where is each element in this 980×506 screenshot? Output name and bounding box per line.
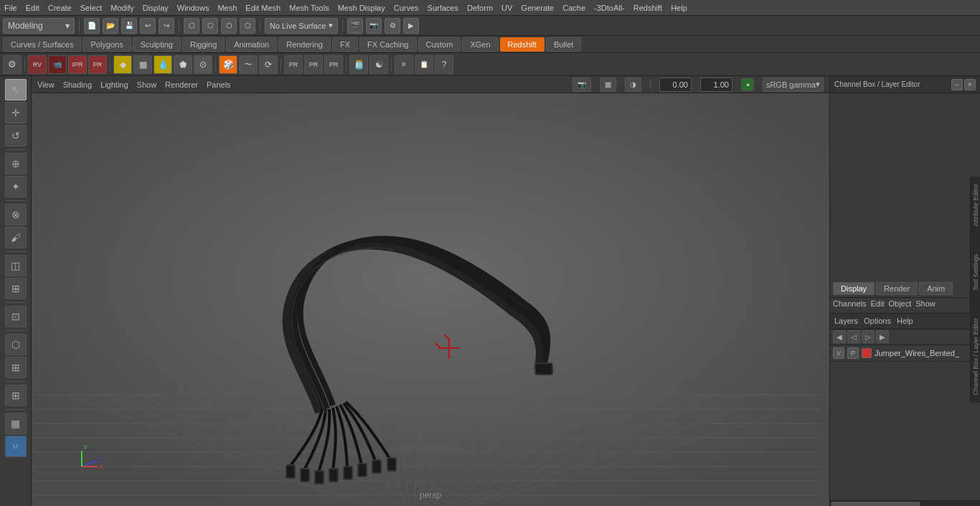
tab-bullet[interactable]: Bullet — [546, 37, 582, 52]
layer-visibility-btn[interactable]: V — [833, 347, 844, 359]
panel-close-btn[interactable]: ✕ — [964, 79, 976, 90]
tab-display[interactable]: Display — [833, 282, 875, 295]
fan-icon-btn[interactable]: ☯ — [369, 55, 388, 74]
rotate-tool[interactable]: ↺ — [5, 125, 27, 146]
pot-icon-btn[interactable]: 🫙 — [349, 55, 368, 74]
menu-select[interactable]: Select — [80, 4, 103, 12]
menu-deform[interactable]: Deform — [467, 4, 493, 12]
script-icon-btn[interactable]: ≡ — [395, 55, 413, 74]
shelf-icon-btn[interactable]: 📋 — [415, 55, 433, 74]
channel-tab-channels[interactable]: Channels — [833, 299, 866, 311]
channel-box-vtab[interactable]: Channel Box / Layer Editor — [971, 315, 980, 398]
ipr-button[interactable]: IPR — [68, 55, 87, 74]
menu-curves[interactable]: Curves — [394, 4, 419, 12]
tab-rendering[interactable]: Rendering — [278, 37, 331, 52]
drop-icon-btn[interactable]: 💧 — [154, 55, 172, 74]
transform-tool-button[interactable]: ⬡ — [240, 18, 255, 34]
layer-scrollbar[interactable] — [830, 500, 980, 506]
pr-red-button[interactable]: PR — [88, 55, 107, 74]
cube-icon-btn[interactable]: 🎲 — [219, 55, 237, 74]
menu-help[interactable]: Help — [671, 4, 687, 12]
tab-xgen[interactable]: XGen — [462, 37, 498, 52]
menu-mesh-display[interactable]: Mesh Display — [338, 4, 385, 12]
live-surface-dropdown[interactable]: No Live Surface ▾ — [265, 18, 338, 34]
pr3-icon-btn[interactable]: PR — [324, 55, 343, 74]
soft-select-tool[interactable]: ⊗ — [5, 204, 27, 225]
layer-create-btn[interactable]: ◀ — [833, 330, 846, 343]
paint-tool[interactable]: 🖌 — [5, 227, 27, 248]
paint-select-button[interactable]: ⬡ — [221, 18, 237, 34]
viewport-colorspace-indicator[interactable]: ● — [741, 78, 754, 91]
tab-polygons[interactable]: Polygons — [83, 37, 131, 52]
menu-file[interactable]: File — [4, 4, 17, 12]
obj-mode[interactable]: ⊞ — [5, 357, 27, 378]
select-tool[interactable]: ↖ — [5, 79, 27, 100]
new-scene-button[interactable]: 📄 — [84, 18, 100, 34]
menu-display[interactable]: Display — [143, 4, 169, 12]
loop-icon-btn[interactable]: ⟳ — [259, 55, 278, 74]
maya-logo[interactable]: M — [5, 436, 27, 457]
layer-last-btn[interactable]: ▶ — [876, 330, 889, 343]
layer-next-btn[interactable]: ▷ — [862, 330, 875, 343]
scale-tool[interactable]: ⊕ — [5, 153, 27, 174]
channel-tab-edit[interactable]: Edit — [870, 299, 884, 311]
question-icon-btn[interactable]: ? — [435, 55, 453, 74]
tab-sculpting[interactable]: Sculpting — [133, 37, 181, 52]
tab-custom[interactable]: Custom — [418, 37, 461, 52]
render-button[interactable]: 🎬 — [347, 18, 363, 34]
modeling-mode-dropdown[interactable]: Modeling ▾ — [3, 18, 75, 34]
render-sequence-button[interactable]: ▶ — [403, 18, 419, 34]
pr1-icon-btn[interactable]: PR — [284, 55, 303, 74]
view-menu[interactable]: View — [37, 80, 55, 89]
ipr-render-button[interactable]: 📷 — [366, 18, 382, 34]
tab-redshift[interactable]: Redshift — [500, 37, 545, 52]
tab-anim[interactable]: Anim — [919, 282, 953, 295]
render-settings-button[interactable]: ⚙ — [385, 18, 400, 34]
menu-edit-mesh[interactable]: Edit Mesh — [245, 4, 281, 12]
shading-menu[interactable]: Shading — [63, 80, 92, 89]
save-scene-button[interactable]: 💾 — [121, 18, 137, 34]
panel-minimize-btn[interactable]: ─ — [951, 79, 963, 90]
layer-prev-btn[interactable]: ◁ — [847, 330, 860, 343]
redo-button[interactable]: ↪ — [159, 18, 174, 34]
open-scene-button[interactable]: 📂 — [103, 18, 118, 34]
menu-modify[interactable]: Modify — [110, 4, 133, 12]
pr2-icon-btn[interactable]: PR — [304, 55, 323, 74]
shape1-icon-btn[interactable]: ⬟ — [174, 55, 192, 74]
color-space-select[interactable]: sRGB gamma ▾ — [763, 78, 824, 92]
menu-mesh-tools[interactable]: Mesh Tools — [289, 4, 329, 12]
viewport-canvas[interactable]: Z X Y persp — [32, 93, 829, 506]
grid-tool[interactable]: ▦ — [5, 413, 27, 434]
shape2-icon-btn[interactable]: ⊙ — [194, 55, 212, 74]
lasso-tool-button[interactable]: ⬡ — [202, 18, 218, 34]
diamond-icon-btn[interactable]: ◆ — [113, 55, 132, 74]
menu-3dtoall[interactable]: -3DtoAll- — [594, 4, 625, 12]
snap-tool[interactable]: ◫ — [5, 255, 27, 276]
grid-icon-btn[interactable]: ▦ — [133, 55, 152, 74]
menu-windows[interactable]: Windows — [177, 4, 209, 12]
show-menu[interactable]: Show — [137, 80, 157, 89]
viewport-camera-btn[interactable]: 📷 — [573, 78, 591, 92]
menu-mesh[interactable]: Mesh — [217, 4, 237, 12]
render-view[interactable]: ⊞ — [5, 385, 27, 406]
tab-animation[interactable]: Animation — [226, 37, 277, 52]
tab-curves-surfaces[interactable]: Curves / Surfaces — [3, 37, 81, 52]
lighting-menu[interactable]: Lighting — [100, 80, 128, 89]
panels-menu[interactable]: Panels — [207, 80, 231, 89]
help-sub-tab[interactable]: Help — [897, 317, 913, 325]
menu-cache[interactable]: Cache — [562, 4, 585, 12]
menu-create[interactable]: Create — [48, 4, 72, 12]
tab-fx[interactable]: FX — [332, 37, 358, 52]
menu-uv[interactable]: UV — [501, 4, 512, 12]
menu-edit[interactable]: Edit — [26, 4, 39, 12]
attribute-editor-vtab[interactable]: Attribute Editor — [971, 181, 980, 230]
video-button[interactable]: 📹 — [48, 55, 67, 74]
viewport-shading-btn[interactable]: ◑ — [625, 78, 641, 92]
settings-icon-btn[interactable]: ⚙ — [3, 55, 22, 74]
move-tool[interactable]: ✛ — [5, 102, 27, 123]
renderer-menu[interactable]: Renderer — [165, 80, 198, 89]
manip-tool[interactable]: ✦ — [5, 176, 27, 197]
viewport-grid-btn[interactable]: ▦ — [600, 78, 616, 92]
wave-icon-btn[interactable]: 〜 — [239, 55, 258, 74]
rv-button[interactable]: RV — [28, 55, 47, 74]
